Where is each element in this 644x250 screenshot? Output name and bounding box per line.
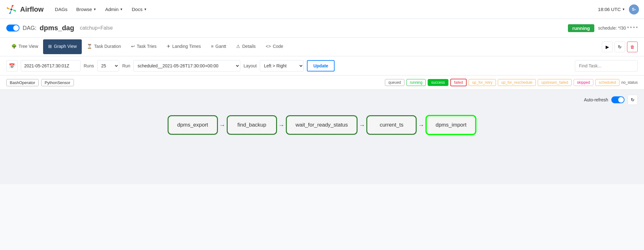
airflow-logo-icon (5, 3, 18, 16)
status-skipped: skipped (574, 79, 593, 86)
find-task-input[interactable] (575, 60, 638, 71)
python-sensor-badge: PythonSensor (41, 79, 74, 86)
dag-title-right: running schedule: */30 * * * * (568, 24, 638, 32)
tab-task-tries[interactable]: ↩ Task Tries (126, 39, 162, 54)
graph-refresh-button[interactable]: ↻ (628, 95, 638, 105)
user-avatar[interactable]: S- (629, 4, 639, 14)
tab-landing-times[interactable]: ✈ Landing Times (162, 39, 206, 54)
tab-graph-view[interactable]: ⊞ Graph View (43, 39, 82, 54)
arrow-2: → (278, 122, 285, 129)
browse-caret-icon: ▼ (93, 8, 97, 11)
dag-name: dpms_dag (40, 24, 74, 32)
time-display[interactable]: 18:06 UTC ▼ (598, 7, 625, 12)
nav-browse[interactable]: Browse ▼ (73, 4, 100, 14)
dag-title-section: DAG: dpms_dag catchup=False running sche… (0, 19, 644, 37)
graph-area: Auto-refresh ↻ dpms_export → find_backup… (0, 90, 644, 184)
layout-label: Layout (243, 63, 257, 68)
schedule-text: schedule: */30 * * * * (598, 26, 638, 31)
status-running: running (406, 79, 426, 86)
dag-catchup: catchup=False (80, 25, 113, 31)
tab-details[interactable]: ⚠ Details (231, 39, 261, 54)
status-queued: queued (385, 79, 404, 86)
status-legend: queued running success failed up_for_ret… (385, 79, 638, 86)
status-upstream-failed: upstream_failed (538, 79, 571, 86)
tree-icon: 🌳 (11, 44, 17, 49)
graph-controls: Auto-refresh ↻ (584, 95, 638, 105)
arrow-1: → (219, 122, 225, 129)
task-node-current-ts[interactable]: current_ts (366, 115, 417, 135)
task-node-dpms-import[interactable]: dpms_import (425, 115, 476, 135)
status-no-status: no_status (621, 80, 638, 85)
runs-select[interactable]: 25 10 50 (97, 60, 119, 71)
nav-admin[interactable]: Admin ▼ (102, 4, 127, 14)
tabs-section: 🌳 Tree View ⊞ Graph View ⏳ Task Duration… (0, 37, 644, 56)
refresh-button[interactable]: ↻ (614, 42, 625, 52)
bash-operator-badge: BashOperator (6, 79, 39, 86)
status-up-for-reschedule: up_for_reschedule (498, 79, 536, 86)
dag-flow: dpms_export → find_backup → wait_for_rea… (6, 96, 638, 148)
auto-refresh-toggle[interactable] (611, 96, 625, 103)
tries-icon: ↩ (131, 44, 135, 49)
dag-label: DAG: (23, 25, 36, 31)
main-header: Airflow DAGs Browse ▼ Admin ▼ Docs ▼ 18:… (0, 0, 644, 19)
tab-code[interactable]: <> Code (261, 39, 288, 54)
auto-refresh-label: Auto-refresh (584, 97, 608, 102)
update-button[interactable]: Update (307, 60, 334, 71)
layout-select[interactable]: Left > Right Top > Bottom (260, 60, 304, 71)
tab-tree-view[interactable]: 🌳 Tree View (6, 39, 43, 54)
header-right: 18:06 UTC ▼ S- (598, 4, 639, 14)
status-failed: failed (450, 79, 467, 86)
status-up-for-retry: up_for_retry (469, 79, 496, 86)
landing-icon: ✈ (167, 44, 170, 49)
arrow-3: → (359, 122, 365, 129)
code-icon: <> (266, 44, 271, 49)
time-caret-icon: ▼ (622, 8, 625, 11)
status-scheduled: scheduled (595, 79, 619, 86)
task-node-wait-for-ready-status[interactable]: wait_for_ready_status (286, 115, 358, 135)
running-status-badge: running (568, 24, 594, 32)
status-success: success (428, 79, 448, 86)
nav-dags[interactable]: DAGs (51, 4, 71, 14)
legend-section: BashOperator PythonSensor queued running… (0, 76, 644, 90)
run-label: Run (122, 63, 130, 68)
runs-label: Runs (84, 63, 94, 68)
tab-gantt[interactable]: ≡ Gantt (206, 39, 231, 54)
tabs: 🌳 Tree View ⊞ Graph View ⏳ Task Duration… (6, 37, 288, 56)
admin-caret-icon: ▼ (120, 8, 123, 11)
details-icon: ⚠ (236, 44, 240, 49)
graph-icon: ⊞ (48, 44, 52, 49)
main-nav: DAGs Browse ▼ Admin ▼ Docs ▼ (51, 4, 598, 14)
calendar-icon[interactable]: 📅 (6, 60, 18, 71)
date-input[interactable] (21, 60, 80, 71)
tab-actions: ▶ ↻ 🗑 (602, 39, 638, 55)
dag-toggle[interactable] (6, 25, 19, 31)
play-button[interactable]: ▶ (602, 42, 613, 52)
logo-text: Airflow (20, 5, 44, 14)
svg-point-1 (10, 9, 12, 10)
operators-list: BashOperator PythonSensor (6, 79, 74, 86)
task-node-find-backup[interactable]: find_backup (227, 115, 277, 135)
arrow-4: → (418, 122, 424, 129)
delete-button[interactable]: 🗑 (627, 42, 638, 52)
gantt-icon: ≡ (211, 44, 214, 49)
logo[interactable]: Airflow (5, 3, 44, 16)
task-node-dpms-export[interactable]: dpms_export (168, 115, 218, 135)
docs-caret-icon: ▼ (144, 8, 147, 11)
run-select[interactable]: scheduled__2021-05-26T17:30:00+00:00 (133, 60, 240, 71)
tab-task-duration[interactable]: ⏳ Task Duration (82, 39, 126, 54)
nav-docs[interactable]: Docs ▼ (128, 4, 151, 14)
duration-icon: ⏳ (87, 44, 92, 49)
dag-title-left: DAG: dpms_dag catchup=False (6, 24, 113, 32)
controls-section: 📅 Runs 25 10 50 Run scheduled__2021-05-2… (0, 56, 644, 76)
